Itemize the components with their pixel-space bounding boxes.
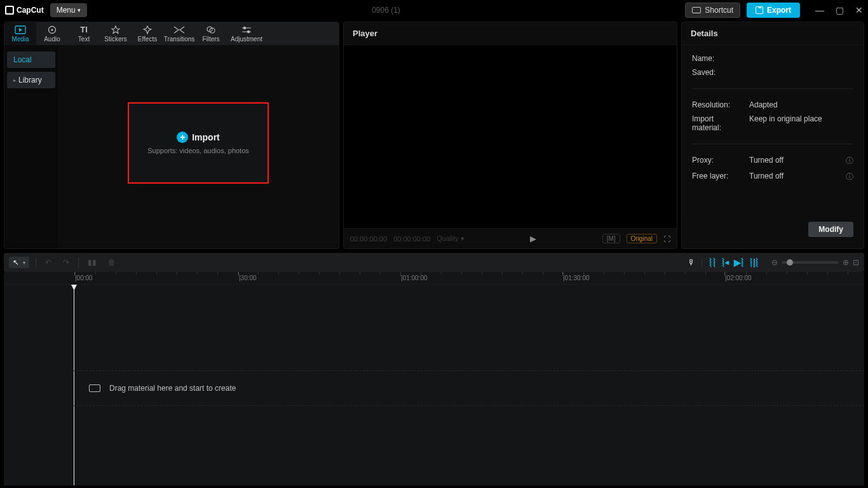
- info-icon[interactable]: ⓘ: [846, 156, 853, 166]
- ruler-tick: [177, 272, 177, 274]
- media-body: Local ▸ Library + Import Supports: video…: [4, 45, 339, 248]
- record-voiceover-button[interactable]: 🎙: [688, 258, 695, 267]
- ruler-tick: [258, 272, 259, 274]
- sidebar-item-library[interactable]: ▸ Library: [7, 72, 55, 88]
- tab-label: Adjustment: [231, 36, 262, 43]
- play-button[interactable]: ▶: [471, 234, 596, 243]
- ruler-tick: [644, 272, 645, 274]
- details-import-value: Keep in original place: [749, 114, 822, 132]
- timeline: |00:00 |30:00 |01:00:00 |01:30:00 |02:00…: [4, 272, 864, 485]
- snap-split-icon[interactable]: ⦚|⦚: [749, 257, 759, 268]
- window-maximize-icon[interactable]: ▢: [836, 6, 844, 15]
- tab-audio[interactable]: Audio: [36, 22, 68, 45]
- ruler-tick: [705, 272, 706, 274]
- details-freelayer-key: Free layer:: [692, 172, 739, 182]
- ruler-tick: [848, 272, 848, 274]
- details-saved-key: Saved:: [692, 68, 731, 77]
- player-stage[interactable]: [344, 45, 677, 228]
- tab-text[interactable]: TI Text: [68, 22, 100, 45]
- tab-label: Text: [78, 36, 90, 43]
- ruler-tick: [583, 272, 584, 274]
- snap-next-icon[interactable]: ▶⦚: [734, 257, 744, 268]
- svg-point-8: [243, 27, 246, 29]
- fullscreen-icon[interactable]: ⛶: [663, 235, 670, 243]
- svg-point-3: [51, 29, 53, 30]
- tab-media[interactable]: Media: [4, 22, 36, 45]
- app-logo-icon: [5, 6, 14, 15]
- chevron-right-icon: ▸: [13, 78, 16, 83]
- upper-panels: Media Audio TI Text Stickers Effects Tra…: [0, 20, 868, 249]
- keyboard-icon: [692, 7, 701, 13]
- modify-button[interactable]: Modify: [808, 222, 853, 237]
- timeline-ruler[interactable]: |00:00 |30:00 |01:00:00 |01:30:00 |02:00…: [4, 272, 864, 285]
- info-icon[interactable]: ⓘ: [846, 172, 853, 182]
- ruler-tick: [604, 272, 604, 274]
- details-title: Details: [682, 22, 864, 45]
- tab-stickers[interactable]: Stickers: [100, 22, 132, 45]
- ruler-tick: [482, 272, 482, 274]
- snap-main-icon[interactable]: ⦚⦚: [709, 257, 716, 268]
- snap-tools: ⦚⦚ ⦚◀ ▶⦚ ⦚|⦚: [709, 257, 759, 268]
- ruler-tick: [299, 272, 299, 274]
- drop-hint: Drag material here and start to create: [109, 384, 236, 393]
- media-drop-area: + Import Supports: videos, audios, photo…: [58, 45, 339, 248]
- import-box[interactable]: + Import Supports: videos, audios, photo…: [128, 102, 269, 184]
- window-minimize-icon[interactable]: ―: [815, 6, 824, 15]
- export-button[interactable]: Export: [747, 3, 800, 18]
- stickers-icon: [110, 25, 121, 34]
- ruler-tick: [95, 272, 96, 274]
- title-bar: CapCut Menu ▾ 0906 (1) Shortcut Export ―…: [0, 0, 868, 20]
- shortcut-button[interactable]: Shortcut: [685, 3, 740, 18]
- zoom-fit-button[interactable]: ⊡: [853, 258, 859, 267]
- ruler-tick: [746, 272, 747, 274]
- selection-tool[interactable]: ↖ ▾: [9, 257, 29, 268]
- shortcut-label: Shortcut: [705, 6, 733, 15]
- ruler-tick: [807, 272, 808, 274]
- zoom-slider[interactable]: [782, 261, 839, 264]
- timeline-tracks[interactable]: Drag material here and start to create: [4, 285, 864, 485]
- ruler-tick: [827, 272, 828, 274]
- ruler-tick: [136, 272, 137, 274]
- delete-button[interactable]: 🗑: [105, 258, 118, 267]
- ruler-tick: [238, 272, 238, 274]
- details-proxy-value: Turned off: [749, 156, 783, 166]
- svg-marker-1: [19, 28, 22, 32]
- details-body: Name: Saved: Resolution:Adapted Import m…: [682, 45, 864, 248]
- tab-effects[interactable]: Effects: [132, 22, 163, 45]
- tab-filters[interactable]: Filters: [195, 22, 227, 45]
- tab-adjustment[interactable]: Adjustment: [227, 22, 266, 45]
- original-badge[interactable]: Original: [627, 234, 657, 243]
- ruler-tick: [726, 272, 726, 274]
- quality-dropdown[interactable]: Quality ▾: [437, 234, 464, 243]
- split-button[interactable]: ▮▮: [85, 258, 99, 267]
- drop-track[interactable]: Drag material here and start to create: [74, 370, 864, 406]
- ruler-mark: |02:00:00: [725, 272, 752, 284]
- ruler-tick: [543, 272, 543, 274]
- zoom-out-button[interactable]: ⊖: [771, 258, 778, 267]
- sidebar-item-label: Library: [18, 76, 42, 85]
- menu-button[interactable]: Menu ▾: [50, 3, 87, 17]
- chevron-down-icon: ▾: [78, 7, 81, 13]
- ruler-tick: [339, 272, 340, 274]
- ruler-tick: [380, 272, 381, 274]
- zoom-slider-thumb[interactable]: [787, 259, 793, 266]
- adjustment-icon: [241, 25, 252, 34]
- ruler-mark: |01:30:00: [563, 272, 590, 284]
- tab-label: Audio: [44, 36, 60, 43]
- redo-button[interactable]: ↷: [60, 258, 72, 267]
- app-name: CapCut: [17, 6, 44, 15]
- tab-transitions[interactable]: Transitions: [163, 22, 195, 45]
- document-title: 0906 (1): [93, 6, 679, 15]
- ratio-badge[interactable]: [M]: [602, 234, 620, 243]
- undo-button[interactable]: ↶: [43, 258, 54, 267]
- ruler-tick: [400, 272, 401, 274]
- ruler-tick: [278, 272, 279, 274]
- snap-prev-icon[interactable]: ⦚◀: [721, 257, 729, 268]
- ruler-tick: [685, 272, 686, 274]
- zoom-in-button[interactable]: ⊕: [843, 258, 849, 267]
- media-sidebar: Local ▸ Library: [4, 45, 58, 248]
- sidebar-item-local[interactable]: Local: [7, 51, 55, 68]
- window-close-icon[interactable]: ✕: [855, 6, 863, 15]
- player-controls: 00:00:00:00 00:00:00:00 Quality ▾ ▶ [M] …: [344, 228, 677, 248]
- export-label: Export: [767, 6, 791, 15]
